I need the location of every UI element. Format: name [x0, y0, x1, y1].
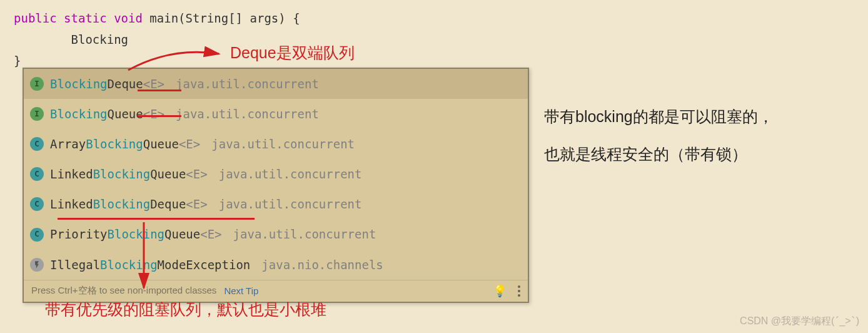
item-name: ArrayBlockingQueue<E> [50, 133, 200, 155]
type-badge-icon: I [30, 77, 44, 91]
type-badge-icon: C [30, 167, 44, 181]
item-name: LinkedBlockingQueue<E> [50, 163, 208, 185]
type-badge-icon [30, 258, 44, 272]
item-package: java.util.concurrent [211, 133, 355, 155]
autocomplete-item[interactable]: IBlockingDeque<E>java.util.concurrent [24, 69, 528, 99]
underline-deque [138, 90, 181, 91]
item-package: java.util.concurrent [219, 193, 362, 215]
type-badge-icon: I [30, 107, 44, 121]
type-badge-icon: C [30, 197, 44, 211]
autocomplete-item[interactable]: CLinkedBlockingQueue<E>java.util.concurr… [24, 159, 528, 189]
annotation-priority: 带有优先级的阻塞队列，默认也是小根堆 [45, 299, 326, 320]
item-package: java.nio.channels [261, 254, 383, 276]
lightbulb-icon[interactable]: 💡 [493, 284, 507, 298]
more-menu-icon[interactable] [518, 285, 520, 297]
popup-footer: Press Ctrl+空格 to see non-imported classe… [24, 280, 528, 302]
autocomplete-item[interactable]: CLinkedBlockingDeque<E>java.util.concurr… [24, 189, 528, 219]
annotation-blocking-1: 带有blocking的都是可以阻塞的， [544, 106, 774, 127]
type-badge-icon: C [30, 137, 44, 151]
footer-hint: Press Ctrl+空格 to see non-imported classe… [31, 285, 216, 297]
item-package: java.util.concurrent [176, 103, 319, 125]
underline-queue [138, 115, 181, 117]
annotation-blocking-2: 也就是线程安全的（带有锁） [544, 144, 747, 165]
autocomplete-item[interactable]: IBlockingQueue<E>java.util.concurrent [24, 99, 528, 129]
annotation-deque: Deque是双端队列 [230, 43, 355, 63]
autocomplete-popup[interactable]: IBlockingDeque<E>java.util.concurrentIBl… [23, 68, 529, 303]
item-name: LinkedBlockingDeque<E> [50, 193, 208, 215]
autocomplete-item[interactable]: IllegalBlockingModeExceptionjava.nio.cha… [24, 250, 528, 280]
next-tip-link[interactable]: Next Tip [224, 285, 258, 296]
autocomplete-item[interactable]: CPriorityBlockingQueue<E>java.util.concu… [24, 219, 528, 249]
code-line-signature: public static void main(String[] args) { [14, 8, 854, 29]
item-package: java.util.concurrent [233, 223, 376, 245]
autocomplete-item[interactable]: CArrayBlockingQueue<E>java.util.concurre… [24, 129, 528, 159]
type-badge-icon: C [30, 228, 44, 242]
item-name: BlockingQueue<E> [50, 103, 164, 125]
arrow-to-priority [125, 219, 175, 294]
watermark: CSDN @我要学编程(ˊ_>ˋ) [740, 315, 859, 328]
arrow-to-deque [125, 45, 225, 76]
item-package: java.util.concurrent [219, 163, 362, 185]
